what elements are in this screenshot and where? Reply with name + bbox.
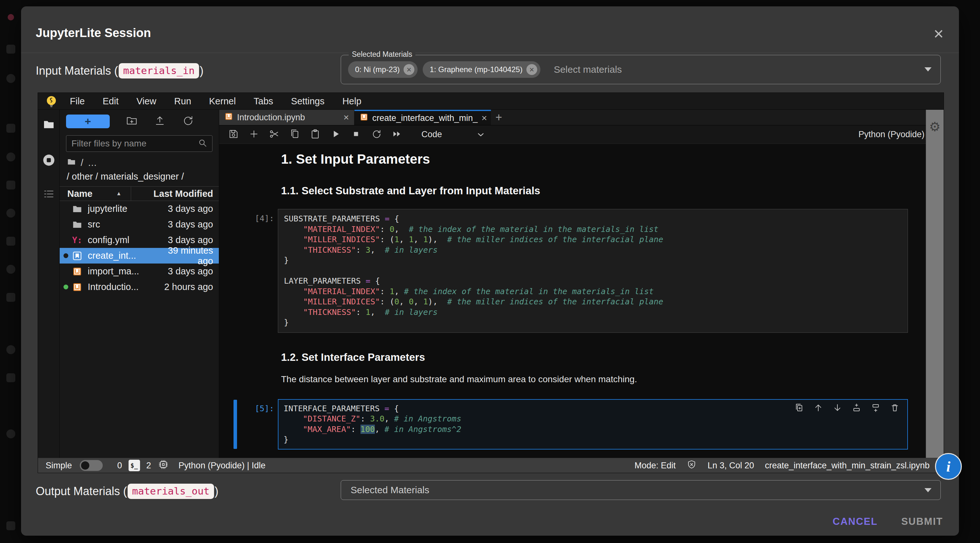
paste-icon[interactable] <box>310 129 321 141</box>
tab-create-interface[interactable]: create_interface_with_min_ × <box>355 110 491 125</box>
table-of-contents-icon[interactable] <box>43 188 55 202</box>
output-materials-suffix: ) <box>215 485 218 498</box>
cursor-position[interactable]: Ln 3, Col 20 <box>708 461 754 471</box>
terminals-count[interactable]: 0 <box>118 461 122 471</box>
material-chip[interactable]: 1: Graphene (mp-1040425)× <box>423 61 540 78</box>
chip-remove-icon[interactable]: × <box>404 64 414 75</box>
upload-icon[interactable] <box>154 115 166 128</box>
active-filename[interactable]: create_interface_with_min_strain_zsl.ipy… <box>765 461 930 471</box>
app-sidebar-icon <box>6 237 15 246</box>
run-icon[interactable] <box>330 129 341 141</box>
code-cell-4[interactable]: [4]: SUBSTRATE_PARAMETERS = { "MATERIAL_… <box>219 209 943 333</box>
chevron-down-icon[interactable] <box>476 130 485 139</box>
insert-cell-above-icon[interactable] <box>852 403 861 414</box>
tab-close-icon[interactable]: × <box>343 112 349 123</box>
mode-indicator[interactable]: Mode: Edit <box>635 461 676 471</box>
active-cell-indicator[interactable] <box>234 400 237 449</box>
stop-icon[interactable] <box>351 129 361 141</box>
submit-button[interactable]: SUBMIT <box>901 516 943 527</box>
modal-scrollbar[interactable]: ⚙ <box>926 110 943 458</box>
file-name: Introductio... <box>88 282 150 292</box>
kernel-status[interactable]: Python (Pyodide) | Idle <box>179 461 266 471</box>
cell-hover-toolbar <box>794 403 900 414</box>
jupyterlab-frame: FileEditViewRunKernelTabsSettingsHelp + <box>38 92 944 473</box>
restart-run-all-icon[interactable] <box>391 129 402 141</box>
trust-shield-icon[interactable] <box>687 459 697 472</box>
new-folder-icon[interactable] <box>126 115 138 128</box>
cancel-button[interactable]: CANCEL <box>833 516 878 527</box>
file-row-import-ma-[interactable]: import_ma...3 days ago <box>60 264 219 279</box>
file-modified: 3 days ago <box>150 266 219 277</box>
cell-type-select[interactable]: Code <box>422 129 442 139</box>
notebook-toolbar: Code Python (Pyodide) <box>219 126 943 144</box>
kernels-count[interactable]: 2 <box>146 461 151 471</box>
copy-icon[interactable] <box>290 129 300 141</box>
menu-settings[interactable]: Settings <box>282 96 333 107</box>
output-materials-dropdown[interactable]: Selected Materials <box>341 480 941 500</box>
gear-icon[interactable]: ⚙ <box>926 119 943 134</box>
breadcrumb-ellipsis[interactable]: … <box>88 158 97 168</box>
filter-files-input[interactable] <box>72 139 197 149</box>
home-folder-icon[interactable] <box>67 157 76 169</box>
file-list-header: Name ▲ Last Modified <box>60 186 219 201</box>
tab-introduction[interactable]: Introduction.ipynb × <box>219 110 355 125</box>
filter-files-box[interactable] <box>66 135 212 152</box>
dialog-footer: CANCEL SUBMIT <box>833 516 943 527</box>
info-button[interactable]: i <box>935 453 962 480</box>
dialog-header: JupyterLite Session × <box>21 6 959 53</box>
file-browser-icon[interactable] <box>43 118 55 132</box>
menu-bar-items: FileEditViewRunKernelTabsSettingsHelp <box>61 96 371 107</box>
menu-tabs[interactable]: Tabs <box>245 96 282 107</box>
file-row-src[interactable]: src3 days ago <box>60 217 219 232</box>
move-cell-up-icon[interactable] <box>813 403 823 414</box>
menu-file[interactable]: File <box>61 96 94 107</box>
menu-kernel[interactable]: Kernel <box>200 96 245 107</box>
insert-cell-below-icon[interactable] <box>871 403 880 414</box>
select-materials-placeholder[interactable]: Select materials <box>554 64 622 75</box>
close-icon[interactable]: × <box>934 25 943 42</box>
selected-materials-fieldset[interactable]: Selected Materials 0: Ni (mp-23)×1: Grap… <box>341 55 941 84</box>
menu-help[interactable]: Help <box>333 96 371 107</box>
menu-edit[interactable]: Edit <box>94 96 127 107</box>
column-name[interactable]: Name ▲ <box>60 186 131 201</box>
chevron-down-icon[interactable] <box>924 67 932 72</box>
breadcrumb-path[interactable]: / other / materials_designer / <box>67 171 219 182</box>
file-row-introductio-[interactable]: Introductio...2 hours ago <box>60 279 219 295</box>
delete-cell-icon[interactable] <box>890 403 900 414</box>
new-tab-icon[interactable]: + <box>495 111 502 123</box>
jupyterlite-session-dialog: JupyterLite Session × Input Materials ( … <box>21 6 959 536</box>
material-chip[interactable]: 0: Ni (mp-23)× <box>348 61 418 78</box>
code-line: SUBSTRATE_PARAMETERS = { <box>284 214 908 224</box>
breadcrumb-root[interactable]: / <box>81 158 83 168</box>
move-cell-down-icon[interactable] <box>833 403 842 414</box>
cell-editor[interactable]: SUBSTRATE_PARAMETERS = { "MATERIAL_INDEX… <box>278 209 908 333</box>
input-materials-suffix: ) <box>200 64 204 78</box>
chip-remove-icon[interactable]: × <box>527 64 537 75</box>
save-icon[interactable] <box>228 129 239 141</box>
insert-cell-icon[interactable] <box>248 129 259 141</box>
tab-close-icon[interactable]: × <box>481 113 487 123</box>
interface-description: The distance between layer and substrate… <box>281 374 943 384</box>
file-row-jupyterlite[interactable]: jupyterlite3 days ago <box>60 201 219 217</box>
restart-kernel-icon[interactable] <box>371 129 382 141</box>
cell-editor[interactable]: INTERFACE_PARAMETERS = { "DISTANCE_Z": 3… <box>278 399 908 449</box>
new-launcher-button[interactable]: + <box>66 115 110 128</box>
code-cell-5[interactable]: [5]: INTERFACE_PARAMETERS = { "DISTANCE_ <box>219 399 943 449</box>
menu-view[interactable]: View <box>127 96 165 107</box>
sort-ascending-icon[interactable]: ▲ <box>116 191 121 197</box>
running-kernels-icon[interactable] <box>42 153 56 169</box>
yaml-file-icon: Y: <box>70 236 84 245</box>
refresh-icon[interactable] <box>182 115 194 128</box>
simple-mode-toggle[interactable] <box>80 460 103 471</box>
column-last-modified[interactable]: Last Modified <box>131 189 219 199</box>
terminal-icon[interactable]: $_ <box>129 460 140 471</box>
file-row-create-int-[interactable]: create_int...39 minutes ago <box>60 248 219 264</box>
menu-run[interactable]: Run <box>165 96 200 107</box>
duplicate-cell-icon[interactable] <box>794 403 804 414</box>
cell-prompt: [4]: <box>219 209 274 333</box>
cut-icon[interactable] <box>269 129 280 141</box>
chevron-down-icon[interactable] <box>924 488 932 492</box>
cpu-icon[interactable] <box>158 459 169 473</box>
material-chip-label: 1: Graphene (mp-1040425) <box>430 65 523 74</box>
kernel-name[interactable]: Python (Pyodide) <box>859 129 924 139</box>
